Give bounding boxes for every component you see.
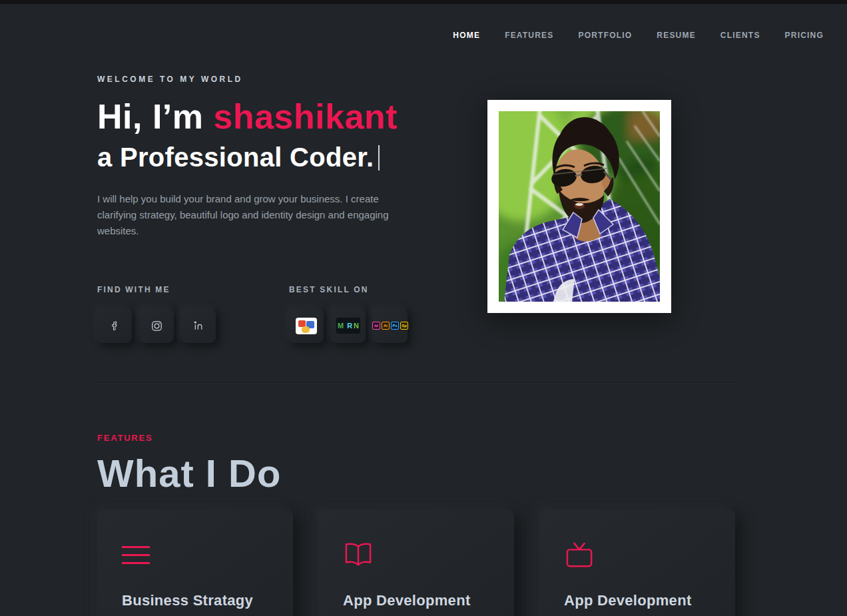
adobe-indesign-icon: Id [372,322,380,330]
card-title: App Development [564,592,710,609]
office-tools-button[interactable] [289,308,324,343]
menu-lines-icon [122,540,268,569]
features-label: FEATURES [97,433,281,443]
nav-item-home[interactable]: HOME [453,31,480,40]
section-divider [97,382,732,383]
office-tools-icon [296,318,317,334]
feature-cards: Business Stratagy I throw myself down am… [97,509,735,616]
instagram-icon [150,320,163,332]
nav-item-pricing[interactable]: PRICING [785,31,824,40]
hero-name: shashikant [213,97,398,136]
office-yellow-block [302,326,310,333]
find-with-me-label: FIND WITH ME [97,285,216,294]
facebook-button[interactable] [97,308,132,343]
mern-n-letter: N [354,322,359,330]
nav-item-portfolio[interactable]: PORTFOLIO [579,31,633,40]
hero-description: I will help you build your brand and gro… [97,191,398,239]
adobe-suite-icon: Id Ai Ps Sp [372,322,408,330]
profile-photo-illustration [499,111,660,302]
nav-item-clients[interactable]: CLIENTS [720,31,760,40]
mern-stack-icon: M R N [336,318,360,334]
adobe-suite-button[interactable]: Id Ai Ps Sp [373,308,408,343]
hero-subtitle: a Professional Coder. [97,143,483,172]
hero-section: WELCOME TO MY WORLD Hi, I’m shashikant a… [97,75,483,239]
best-skill-label: BEST SKILL ON [289,285,408,294]
hero-meta-row: FIND WITH ME [97,285,408,343]
top-navigation: HOME FEATURES PORTFOLIO RESUME CLIENTS P… [453,31,824,40]
card-title: App Development [343,592,489,609]
typing-cursor [378,145,380,170]
hero-eyebrow: WELCOME TO MY WORLD [97,75,483,84]
mern-m-letter: M [338,322,344,330]
social-buttons [97,308,216,343]
adobe-illustrator-icon: Ai [382,322,390,330]
features-header: FEATURES What I Do [97,433,281,495]
portfolio-page: HOME FEATURES PORTFOLIO RESUME CLIENTS P… [0,0,847,616]
nav-item-features[interactable]: FEATURES [505,31,553,40]
mern-stack-button[interactable]: M R N [331,308,366,343]
adobe-spark-icon: Sp [400,322,408,330]
find-with-me-block: FIND WITH ME [97,285,216,343]
linkedin-icon [192,320,205,332]
hero-greeting: Hi, I’m [97,97,204,136]
tv-icon [564,540,710,569]
office-red-block [298,320,306,327]
skill-buttons: M R N Id Ai Ps Sp [289,308,408,343]
adobe-photoshop-icon: Ps [391,322,399,330]
card-title: Business Stratagy [122,592,268,609]
features-title: What I Do [97,451,281,495]
best-skill-block: BEST SKILL ON M R N [289,285,408,343]
hero-title: Hi, I’m shashikant [97,98,483,136]
feature-card-app-development-1: App Development It uses a dictionary of … [318,509,514,616]
nav-item-resume[interactable]: RESUME [657,31,696,40]
instagram-button[interactable] [139,308,174,343]
facebook-icon [109,320,121,332]
feature-card-business-strategy: Business Stratagy I throw myself down am… [97,509,293,616]
profile-photo [487,100,671,313]
hero-subtitle-text: a Professional Coder. [97,143,374,172]
feature-card-app-development-2: App Development I throw myself down amon… [539,509,735,616]
linkedin-button[interactable] [181,308,216,343]
mern-r-letter: R [347,322,352,330]
open-book-icon [343,540,489,569]
